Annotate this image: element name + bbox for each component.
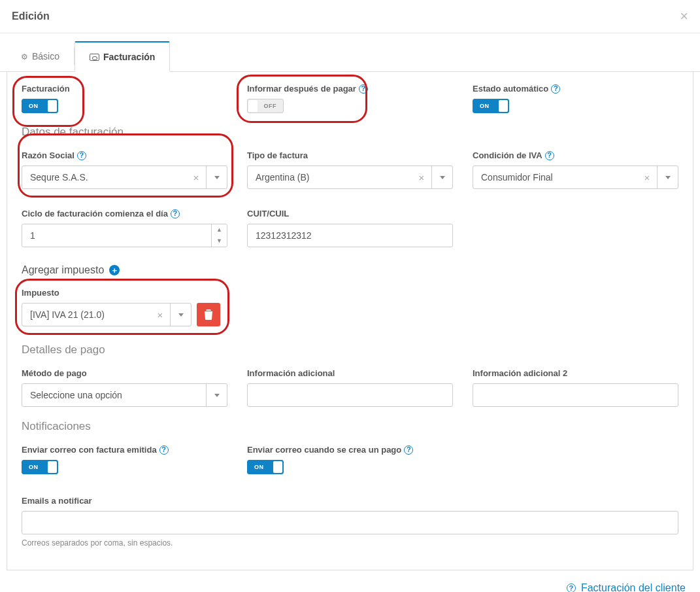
chevron-down-icon[interactable] [657,166,678,188]
section-billing-data: Datos de facturación [22,126,678,139]
send-payment-mail-toggle[interactable]: ON [247,460,284,474]
step-down-icon[interactable] [212,235,227,247]
trash-icon [204,309,213,320]
modal-title: Edición [12,10,50,22]
impuesto-label: Impuesto [22,288,227,298]
help-icon[interactable] [551,84,560,94]
delete-tax-button[interactable] [197,303,220,326]
info1-label: Información adicional [247,368,453,378]
impuesto-select[interactable]: [IVA] IVA 21 (21.0) × [22,303,192,326]
send-invoice-mail-toggle[interactable]: ON [22,460,58,474]
cuit-label: CUIT/CUIL [247,209,453,218]
help-icon[interactable] [77,151,86,160]
emails-label: Emails a notificar [22,496,678,506]
info2-label: Información adicional 2 [473,368,678,378]
send-invoice-mail-label-text: Enviar correo con factura emitida [22,445,157,455]
chevron-down-icon[interactable] [206,384,227,406]
plus-circle-icon[interactable] [109,265,120,275]
chevron-down-icon[interactable] [206,166,227,188]
impuesto-value: [IVA] IVA 21 (21.0) [22,309,150,320]
billing-toggle-label: Facturación [22,84,227,94]
toggle-on-text: ON [29,103,39,109]
toggle-off-text: OFF [264,103,277,109]
tipo-factura-value: Argentina (B) [248,172,412,183]
help-icon[interactable] [545,151,554,160]
tab-billing[interactable]: Facturación [75,41,170,72]
metodo-pago-label: Método de pago [22,368,227,378]
razon-social-select[interactable]: Sequre S.A.S. × [22,165,227,189]
razon-social-label-text: Razón Social [22,150,75,160]
toggle-on-text: ON [480,103,490,109]
client-billing-link[interactable]: Facturación del cliente [581,582,686,592]
section-notifications: Notificaciones [22,420,678,433]
clear-icon[interactable]: × [186,172,206,183]
inform-label-text: Informar después de pagar [247,84,356,94]
close-icon[interactable]: × [680,9,688,24]
card-icon [90,54,99,61]
auto-state-toggle[interactable]: ON [473,99,509,113]
toggle-on-text: ON [29,464,39,470]
inform-toggle[interactable]: OFF [247,99,284,113]
billing-toggle[interactable]: ON [22,99,58,113]
cond-iva-select[interactable]: Consumidor Final × [473,165,678,189]
chevron-down-icon[interactable] [431,166,452,188]
step-up-icon[interactable] [212,224,227,235]
info1-input[interactable] [247,383,453,407]
ciclo-label-text: Ciclo de facturación comienza el día [22,209,168,218]
cuit-input[interactable] [247,224,453,247]
help-icon[interactable] [404,445,413,455]
help-icon[interactable] [171,209,180,218]
metodo-pago-placeholder: Seleccione una opción [22,390,206,400]
auto-state-label-text: Estado automático [473,84,548,94]
ciclo-value: 1 [22,230,211,241]
emails-helper: Correos separados por coma, sin espacios… [22,538,678,548]
cond-iva-value: Consumidor Final [473,172,637,183]
send-payment-mail-label-text: Enviar correo cuando se crea un pago [247,445,401,455]
tab-billing-label: Facturación [103,52,155,62]
add-tax-label: Agregar impuesto [22,264,104,276]
info2-input[interactable] [473,383,678,407]
cond-iva-label-text: Condición de IVA [473,150,542,160]
emails-input[interactable] [22,511,678,534]
help-icon[interactable] [159,445,169,455]
clear-icon[interactable]: × [412,172,431,183]
send-payment-mail-label: Enviar correo cuando se crea un pago [247,445,453,455]
help-icon[interactable] [359,84,368,94]
clear-icon[interactable]: × [637,172,657,183]
razon-social-value: Sequre S.A.S. [22,172,186,183]
inform-toggle-label: Informar después de pagar [247,84,453,94]
tipo-factura-label: Tipo de factura [247,150,453,160]
ciclo-label: Ciclo de facturación comienza el día [22,209,227,218]
toggle-on-text: ON [254,464,264,470]
tab-basic[interactable]: Básico [7,41,74,71]
tab-content: Facturación ON Informar después de pagar… [7,72,693,570]
gear-icon [21,51,28,61]
clear-icon[interactable]: × [150,309,170,321]
tipo-factura-select[interactable]: Argentina (B) × [247,165,453,189]
section-add-tax: Agregar impuesto [22,264,678,276]
help-icon[interactable] [567,583,576,592]
tabs: Básico Facturación [0,41,700,72]
metodo-pago-select[interactable]: Seleccione una opción [22,383,227,407]
razon-social-label: Razón Social [22,150,227,160]
chevron-down-icon[interactable] [170,304,191,326]
section-payment-details: Detalles de pago [22,343,678,357]
tab-basic-label: Básico [32,51,59,61]
auto-state-label: Estado automático [473,84,678,94]
cond-iva-label: Condición de IVA [473,150,678,160]
send-invoice-mail-label: Enviar correo con factura emitida [22,445,227,455]
ciclo-stepper[interactable]: 1 [22,224,227,247]
